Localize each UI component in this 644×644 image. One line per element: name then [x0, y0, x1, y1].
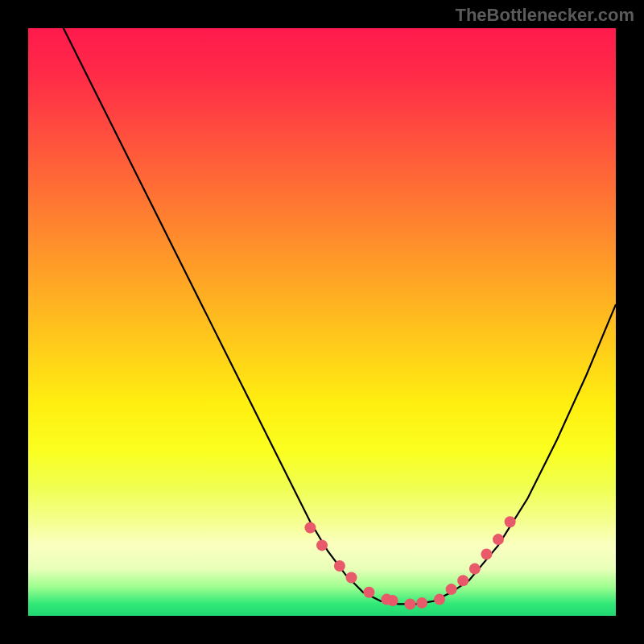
data-point [446, 584, 457, 595]
data-point [405, 598, 416, 609]
chart-svg [28, 28, 616, 616]
data-point [434, 594, 445, 605]
data-point [505, 516, 516, 527]
data-point [457, 575, 469, 586]
chart-frame: TheBottlenecker.com [0, 0, 644, 644]
data-point [493, 534, 504, 545]
data-point [346, 572, 357, 584]
bottleneck-curve [64, 28, 616, 604]
data-point [481, 548, 492, 559]
plot-area [28, 28, 616, 616]
data-point [469, 564, 481, 575]
data-point [363, 587, 374, 598]
data-point [316, 539, 328, 551]
data-point [416, 597, 427, 609]
data-point [387, 595, 398, 606]
data-point [334, 560, 345, 572]
watermark-text: TheBottlenecker.com [455, 5, 634, 26]
data-point [304, 522, 316, 534]
